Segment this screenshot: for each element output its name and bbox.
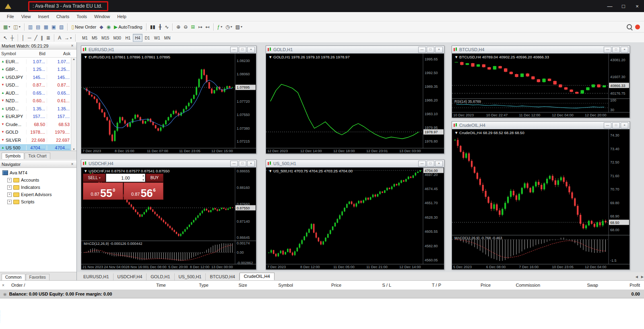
- close-button[interactable]: ×: [630, 0, 644, 12]
- menu-window[interactable]: Window: [91, 13, 114, 20]
- market-watch-row[interactable]: ▼SILVER22.66822.697: [0, 136, 76, 144]
- chart-close-button[interactable]: ×: [435, 47, 443, 53]
- trendline-button[interactable]: ╱: [33, 33, 39, 42]
- menu-help[interactable]: Help: [114, 13, 130, 20]
- sell-button[interactable]: SELL▾: [83, 174, 105, 182]
- chart-tab-usdchf-h4[interactable]: USDCHF,H4: [114, 273, 147, 280]
- text-label-button[interactable]: A: [56, 33, 63, 42]
- timeframe-d1[interactable]: D1: [142, 34, 152, 42]
- autotrading-button[interactable]: ▶AutoTrading: [112, 23, 144, 31]
- horizontal-line-button[interactable]: ─: [26, 33, 33, 42]
- chart-close-button[interactable]: ×: [435, 161, 443, 167]
- equidistant-channel-button[interactable]: ∥: [39, 33, 45, 42]
- buy-price[interactable]: 0.87566: [124, 182, 164, 200]
- chart-minimize-button[interactable]: —: [230, 161, 238, 167]
- market-watch-row[interactable]: ▲US 5004704....4704....: [0, 144, 76, 151]
- lot-increase-icon[interactable]: ▲: [142, 174, 144, 177]
- new-order-button[interactable]: ▯New Order: [70, 23, 98, 31]
- market-watch-row[interactable]: ▼GOLD1978....1979....: [0, 128, 76, 137]
- tree-item-indicators[interactable]: +Indicators: [0, 184, 76, 191]
- chart-titlebar[interactable]: CrudeOIL,H4—□×: [452, 122, 630, 129]
- periods-button[interactable]: ◷▾: [224, 23, 234, 31]
- tab-common[interactable]: Common: [2, 274, 25, 280]
- chart-titlebar[interactable]: GOLD,H1—□×: [266, 46, 444, 54]
- scroll-down-icon[interactable]: ▼: [72, 148, 75, 151]
- timeframe-mn[interactable]: MN: [162, 34, 173, 42]
- market-watch-row[interactable]: ▲AUD...0.65...0.65...: [0, 89, 76, 97]
- restore-button[interactable]: □: [617, 0, 630, 12]
- price-chart-svg[interactable]: 74.3073.4072.5071.6070.7069.8068.9068.00…: [452, 129, 630, 269]
- buy-button[interactable]: BUY: [146, 174, 163, 182]
- tab-symbols[interactable]: Symbols: [2, 153, 24, 159]
- terminal-toggle-button[interactable]: ▣: [50, 23, 58, 31]
- market-watch-row[interactable]: ▼Crude...68.5068.53: [0, 120, 76, 128]
- terminal-column-10[interactable]: Swap: [543, 283, 601, 288]
- market-watch-scrollbar[interactable]: ▲ ▼: [71, 58, 76, 151]
- menu-view[interactable]: View: [18, 13, 35, 20]
- chart-minimize-button[interactable]: —: [418, 47, 426, 53]
- market-watch-row[interactable]: ▲EUR...1.07...1.07...: [0, 58, 76, 66]
- timeframe-w1[interactable]: W1: [152, 34, 162, 42]
- terminal-column-1[interactable]: Time: [88, 283, 168, 288]
- market-watch-row[interactable]: ▼USD...0.87...0.87...: [0, 81, 76, 89]
- sell-price[interactable]: 0.87550: [83, 182, 123, 200]
- terminal-column-3[interactable]: Size: [211, 283, 250, 288]
- chart-close-button[interactable]: ×: [247, 47, 255, 53]
- tab-scroll-right-icon[interactable]: ▶: [640, 274, 644, 279]
- bid-column-header[interactable]: Bid: [26, 51, 47, 56]
- indicators-button[interactable]: ƒ▾: [216, 23, 224, 31]
- tree-item-scripts[interactable]: +Scripts: [0, 198, 76, 205]
- menu-charts[interactable]: Charts: [53, 13, 73, 20]
- timeframe-h1[interactable]: H1: [123, 34, 133, 42]
- chart-restore-button[interactable]: □: [427, 161, 434, 167]
- chart-minimize-button[interactable]: —: [418, 161, 426, 167]
- auto-scroll-button[interactable]: ↦: [196, 23, 204, 31]
- chart-shift-button[interactable]: ↤: [204, 23, 211, 31]
- tab-favorites[interactable]: Favorites: [26, 274, 50, 280]
- ask-column-header[interactable]: Ask: [47, 51, 76, 56]
- chart-restore-button[interactable]: □: [239, 47, 246, 53]
- tree-item-expert-advisors[interactable]: +Expert Advisors: [0, 191, 76, 198]
- chart-tab-gold-h1[interactable]: GOLD,H1: [147, 273, 174, 280]
- profiles-button[interactable]: ◫▾: [12, 23, 22, 31]
- data-window-toggle-button[interactable]: ▤: [34, 23, 42, 31]
- market-watch-row[interactable]: ▲USDJPY145....145....: [0, 73, 76, 81]
- tab-tick-chart[interactable]: Tick Chart: [25, 153, 50, 159]
- chart-tab-crudeoil-h4[interactable]: CrudeOIL,H4: [239, 273, 275, 280]
- vertical-line-button[interactable]: │: [20, 33, 27, 42]
- menu-insert[interactable]: Insert: [34, 13, 53, 20]
- market-watch-row[interactable]: ▼NZD...0.60...0.61...: [0, 97, 76, 105]
- templates-button[interactable]: ▨▾: [234, 23, 244, 31]
- timeframe-m15[interactable]: M15: [99, 34, 111, 42]
- price-chart-svg[interactable]: 1995.651992.501989.351986.201983.101979.…: [266, 54, 444, 153]
- terminal-column-4[interactable]: Symbol: [250, 283, 295, 288]
- sell-dropdown-caret-icon[interactable]: ▾: [99, 176, 101, 180]
- line-chart-type-button[interactable]: ∿: [163, 23, 170, 31]
- lot-size-input[interactable]: 1.00 ▲ ▼: [106, 174, 145, 182]
- chart-tab-us-500-h1[interactable]: US_500,H1: [175, 273, 206, 280]
- chart-restore-button[interactable]: □: [239, 161, 246, 167]
- timeframe-m1[interactable]: M1: [80, 34, 90, 42]
- market-watch-toggle-button[interactable]: ▥: [27, 23, 34, 31]
- tree-item-accounts[interactable]: +Accounts: [0, 176, 76, 184]
- terminal-column-6[interactable]: S / L: [344, 283, 394, 288]
- market-watch-row[interactable]: ▲USD...1.35...1.35...: [0, 105, 76, 113]
- strategy-tester-toggle-button[interactable]: ▧: [58, 23, 65, 31]
- market-watch-row[interactable]: ▲GBP...1.25...1.25...: [0, 66, 76, 74]
- bar-chart-type-button[interactable]: ▮▮: [149, 23, 157, 31]
- menu-file[interactable]: File: [3, 13, 18, 20]
- chart-titlebar[interactable]: USDCHF,H4—□×: [81, 160, 256, 168]
- zoom-out-button[interactable]: ⊖: [182, 23, 189, 31]
- scroll-up-icon[interactable]: ▲: [72, 58, 75, 60]
- tab-scroll-left-icon[interactable]: ◀: [634, 274, 639, 279]
- lot-decrease-icon[interactable]: ▼: [142, 179, 144, 181]
- market-watch-row[interactable]: ▲EURJPY157....157....: [0, 113, 76, 121]
- zoom-in-button[interactable]: ⊕: [175, 23, 182, 31]
- fibonacci-button[interactable]: ≣: [45, 33, 52, 42]
- terminal-column-7[interactable]: T / P: [394, 283, 444, 288]
- notification-badge[interactable]: [635, 25, 640, 29]
- price-chart-svg[interactable]: 43081.2041607.3040176.7540866.3310030RSI…: [452, 54, 630, 118]
- terminal-column-8[interactable]: Price: [444, 283, 493, 288]
- chart-restore-button[interactable]: □: [612, 122, 620, 128]
- terminal-column-0[interactable]: Order /: [6, 283, 88, 288]
